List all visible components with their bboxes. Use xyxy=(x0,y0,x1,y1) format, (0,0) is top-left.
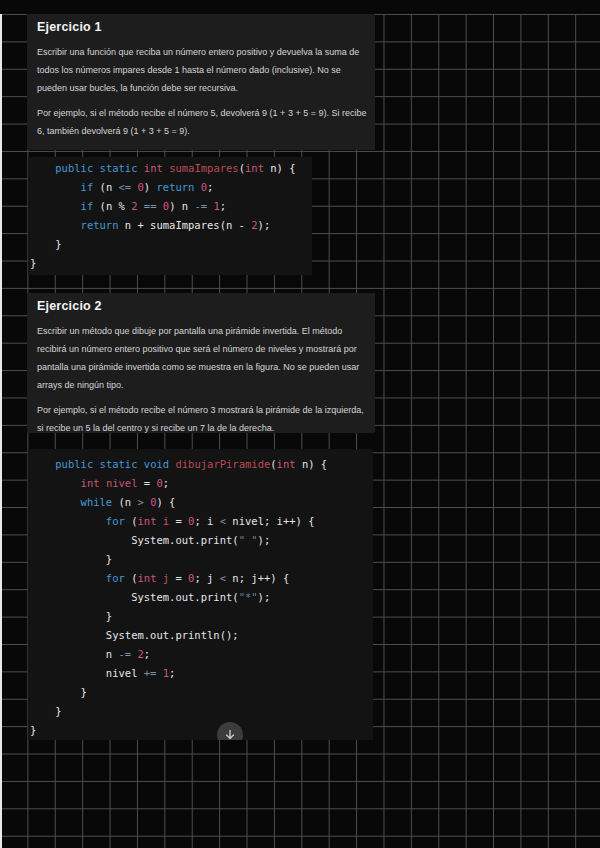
code-line: public static void dibujarPiramide(int n… xyxy=(30,455,373,474)
code-line: int nivel = 0; xyxy=(30,474,373,493)
code-line: for (int j = 0; j < n; j++) { xyxy=(30,569,373,588)
code-line: } xyxy=(30,721,373,740)
code-line: System.out.print("*"); xyxy=(30,588,373,607)
code-block-1-content: public static int sumaImpares(int n) { i… xyxy=(30,159,312,273)
page-edge-line xyxy=(0,14,2,848)
exercise-1-card[interactable]: Ejercicio 1 Escribir una función que rec… xyxy=(27,14,375,150)
note-page: { "page": { "bg_color": "#080808", "grid… xyxy=(0,0,600,848)
paragraph: Por ejemplo, si el método recibe el núme… xyxy=(37,104,367,140)
code-block-1[interactable]: public static int sumaImpares(int n) { i… xyxy=(28,157,312,275)
code-line: } xyxy=(30,254,312,273)
paragraph: Escribir una función que reciba un númer… xyxy=(37,43,367,97)
exercise-2-title: Ejercicio 2 xyxy=(37,299,367,313)
exercise-1-title: Ejercicio 1 xyxy=(37,20,367,34)
code-line: } xyxy=(30,550,373,569)
code-line: return n + sumaImpares(n - 2); xyxy=(30,216,312,235)
paragraph: Por ejemplo, si el método recibe el núme… xyxy=(37,401,367,437)
paragraph: Escribir un método que dibuje por pantal… xyxy=(37,322,367,394)
code-line: nivel += 1; xyxy=(30,664,373,683)
code-line: if (n <= 0) return 0; xyxy=(30,178,312,197)
code-line: for (int i = 0; i < nivel; i++) { xyxy=(30,512,373,531)
code-line: System.out.print(" "); xyxy=(30,531,373,550)
exercise-2-text: Escribir un método que dibuje por pantal… xyxy=(35,322,367,437)
down-arrow-icon xyxy=(223,728,237,740)
code-line: System.out.println(); xyxy=(30,626,373,645)
code-block-2-content: public static void dibujarPiramide(int n… xyxy=(30,455,373,740)
code-line: } xyxy=(30,607,373,626)
code-line: public static int sumaImpares(int n) { xyxy=(30,159,312,178)
code-line: } xyxy=(30,702,373,721)
exercise-2-card[interactable]: Ejercicio 2 Escribir un método que dibuj… xyxy=(27,293,375,433)
code-block-2[interactable]: public static void dibujarPiramide(int n… xyxy=(28,449,373,740)
code-line: } xyxy=(30,683,373,702)
code-line: if (n % 2 == 0) n -= 1; xyxy=(30,197,312,216)
exercise-1-text: Escribir una función que reciba un númer… xyxy=(35,43,367,140)
code-line: n -= 2; xyxy=(30,645,373,664)
code-line: while (n > 0) { xyxy=(30,493,373,512)
code-line: } xyxy=(30,235,312,254)
